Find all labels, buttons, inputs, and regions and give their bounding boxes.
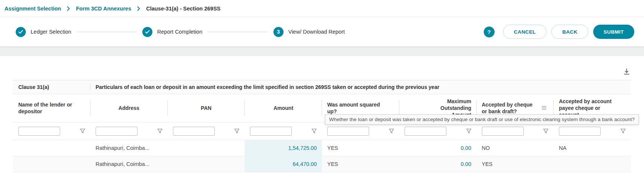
filter-icon[interactable] [389, 129, 394, 133]
filter-cell-pan [168, 123, 245, 140]
cell-squared-up: YES [322, 156, 399, 172]
filter-input-cheque-or-draft[interactable] [482, 127, 524, 136]
breadcrumb-item-form-3cd-annexures[interactable]: Form 3CD Annexures [76, 6, 131, 12]
breadcrumb-item-clause-31a: Clause-31(a) - Section 269SS [146, 6, 220, 12]
step-number-badge: 3 [273, 27, 284, 37]
filter-input-address[interactable] [96, 127, 137, 136]
step-ledger-selection: Ledger Selection [16, 27, 71, 37]
cell-lender-name [13, 140, 90, 156]
col-header-label: Name of the lender or depositor [18, 101, 85, 115]
col-header-amount[interactable]: Amount [245, 94, 322, 122]
filter-cell-squared-up [322, 123, 399, 140]
col-header-label: Accepted by cheque or bank draft? [482, 101, 538, 115]
filter-icon[interactable] [620, 129, 626, 133]
cell-account-payee [554, 156, 631, 172]
cell-amount: 1,54,725.00 [245, 140, 322, 156]
breadcrumb-item-assignment-selection[interactable]: Assignment Selection [4, 6, 61, 12]
chevron-right-icon [67, 6, 70, 11]
column-header-tooltip: Whether the loan or deposit was taken or… [325, 114, 639, 124]
col-header-label: Address [118, 105, 139, 111]
report-panel: Clause 31(a) Particulars of each loan or… [0, 56, 644, 188]
step-view-download-report: 3 View/ Download Report [273, 27, 345, 37]
filter-input-squared-up[interactable] [327, 127, 369, 136]
filter-cell-amount [245, 123, 322, 140]
filter-input-max-outstanding[interactable] [405, 127, 446, 136]
clause-header-row: Clause 31(a) Particulars of each loan or… [13, 80, 631, 94]
cell-account-payee: NA [554, 140, 631, 156]
clause-label: Clause 31(a) [13, 80, 90, 94]
col-header-address[interactable]: Address [90, 94, 168, 122]
col-header-pan[interactable]: PAN [168, 94, 245, 122]
cell-max-outstanding: 0.00 [399, 156, 477, 172]
filter-icon[interactable] [80, 129, 85, 133]
download-button[interactable] [622, 67, 631, 78]
filter-icon[interactable] [466, 129, 471, 133]
breadcrumb: Assignment Selection Form 3CD Annexures … [0, 0, 644, 17]
col-header-label: Amount [273, 105, 293, 111]
step-report-completion: Report Completion [142, 27, 202, 37]
cell-max-outstanding: 0.00 [399, 140, 477, 156]
cell-cheque-or-draft: YES [477, 156, 554, 172]
filter-input-lender-name[interactable] [18, 127, 60, 136]
step-complete-check-icon [16, 27, 26, 37]
cell-address: Rathinapuri, Coimba... [90, 156, 168, 172]
clause-description: Particulars of each loan or deposit in a… [90, 80, 631, 94]
filter-input-amount[interactable] [250, 127, 292, 136]
filter-input-pan[interactable] [173, 127, 215, 136]
filter-row [13, 123, 631, 140]
col-header-lender-name[interactable]: Name of the lender or depositor [13, 94, 90, 122]
panel-toolbar [13, 56, 631, 80]
filter-cell-address [90, 123, 168, 140]
stepper-bar: Ledger Selection Report Completion 3 Vie… [0, 17, 644, 46]
back-button[interactable]: BACK [551, 25, 588, 39]
column-menu-icon[interactable] [542, 105, 547, 111]
filter-icon[interactable] [234, 129, 239, 133]
step-connector [208, 32, 267, 32]
step-label: Ledger Selection [31, 29, 71, 35]
filter-cell-max-outstanding [399, 123, 477, 140]
help-button[interactable]: ? [484, 27, 495, 37]
cancel-button[interactable]: CANCEL [503, 25, 547, 39]
stepper-actions: ? CANCEL BACK SUBMIT [484, 25, 634, 39]
chevron-right-icon [137, 6, 140, 11]
cell-address: Rathinapuri, Coimba... [90, 140, 168, 156]
cell-pan [168, 140, 245, 156]
clause-31a-table: Clause 31(a) Particulars of each loan or… [13, 80, 631, 172]
filter-icon[interactable] [157, 129, 162, 133]
col-header-label: Was amount squared up? [327, 101, 383, 115]
submit-button[interactable]: SUBMIT [593, 25, 634, 39]
filter-cell-account-payee [554, 123, 631, 140]
filter-input-account-payee[interactable] [559, 127, 601, 136]
filter-icon[interactable] [312, 129, 317, 133]
filter-cell-lender-name [13, 123, 90, 140]
col-header-label: PAN [201, 105, 212, 111]
cell-amount: 64,470.00 [245, 156, 322, 172]
stepper: Ledger Selection Report Completion 3 Vie… [16, 27, 345, 37]
step-complete-check-icon [142, 27, 152, 37]
filter-icon[interactable] [543, 129, 548, 133]
cell-squared-up: YES [322, 140, 399, 156]
step-connector [77, 32, 136, 32]
cell-pan [168, 156, 245, 172]
table-row[interactable]: Rathinapuri, Coimba... 64,470.00 YES 0.0… [13, 156, 631, 172]
filter-cell-cheque-or-draft [477, 123, 554, 140]
step-label: View/ Download Report [288, 29, 345, 35]
table-row[interactable]: Rathinapuri, Coimba... 1,54,725.00 YES 0… [13, 140, 631, 156]
step-label: Report Completion [157, 29, 202, 35]
cell-cheque-or-draft: NO [477, 140, 554, 156]
cell-lender-name [13, 156, 90, 172]
